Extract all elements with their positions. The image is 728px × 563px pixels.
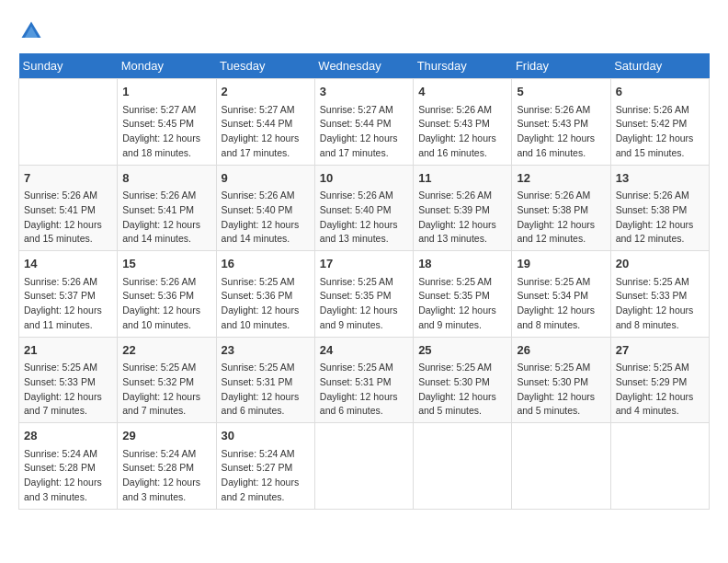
- logo: [18, 18, 48, 44]
- calendar-cell: [314, 423, 413, 510]
- day-number: 27: [616, 341, 704, 360]
- calendar-cell: 7Sunrise: 5:26 AM Sunset: 5:41 PM Daylig…: [19, 165, 118, 251]
- day-info: Sunrise: 5:26 AM Sunset: 5:43 PM Dayligh…: [517, 103, 605, 161]
- day-info: Sunrise: 5:26 AM Sunset: 5:37 PM Dayligh…: [24, 275, 112, 333]
- calendar-cell: 1Sunrise: 5:27 AM Sunset: 5:45 PM Daylig…: [118, 79, 216, 166]
- day-number: 4: [418, 83, 506, 101]
- day-number: 24: [320, 341, 408, 360]
- calendar-cell: [414, 423, 512, 510]
- day-info: Sunrise: 5:25 AM Sunset: 5:31 PM Dayligh…: [222, 361, 310, 419]
- day-number: 9: [222, 169, 310, 188]
- day-info: Sunrise: 5:25 AM Sunset: 5:32 PM Dayligh…: [122, 361, 210, 419]
- calendar-cell: 15Sunrise: 5:26 AM Sunset: 5:36 PM Dayli…: [118, 251, 216, 338]
- day-info: Sunrise: 5:24 AM Sunset: 5:28 PM Dayligh…: [122, 447, 210, 505]
- calendar-cell: 30Sunrise: 5:24 AM Sunset: 5:27 PM Dayli…: [216, 423, 314, 510]
- day-number: 11: [418, 169, 506, 188]
- day-info: Sunrise: 5:24 AM Sunset: 5:28 PM Dayligh…: [24, 447, 112, 505]
- day-number: 1: [122, 83, 210, 101]
- header-wednesday: Wednesday: [314, 53, 413, 79]
- day-info: Sunrise: 5:27 AM Sunset: 5:44 PM Dayligh…: [222, 103, 310, 161]
- calendar-cell: 22Sunrise: 5:25 AM Sunset: 5:32 PM Dayli…: [118, 337, 216, 423]
- calendar-cell: 27Sunrise: 5:25 AM Sunset: 5:29 PM Dayli…: [610, 337, 709, 423]
- calendar-cell: 16Sunrise: 5:25 AM Sunset: 5:36 PM Dayli…: [216, 251, 314, 338]
- calendar-week-2: 7Sunrise: 5:26 AM Sunset: 5:41 PM Daylig…: [19, 165, 710, 251]
- calendar-header-row: SundayMondayTuesdayWednesdayThursdayFrid…: [19, 53, 710, 79]
- calendar-cell: 13Sunrise: 5:26 AM Sunset: 5:38 PM Dayli…: [610, 165, 709, 251]
- day-info: Sunrise: 5:25 AM Sunset: 5:29 PM Dayligh…: [616, 361, 704, 419]
- calendar-cell: 26Sunrise: 5:25 AM Sunset: 5:30 PM Dayli…: [512, 337, 610, 423]
- day-info: Sunrise: 5:25 AM Sunset: 5:34 PM Dayligh…: [517, 275, 605, 333]
- day-number: 13: [616, 169, 704, 188]
- calendar-cell: 23Sunrise: 5:25 AM Sunset: 5:31 PM Dayli…: [216, 337, 314, 423]
- day-info: Sunrise: 5:25 AM Sunset: 5:35 PM Dayligh…: [320, 275, 408, 333]
- day-info: Sunrise: 5:26 AM Sunset: 5:38 PM Dayligh…: [517, 189, 605, 247]
- calendar-cell: 18Sunrise: 5:25 AM Sunset: 5:35 PM Dayli…: [414, 251, 512, 338]
- day-number: 16: [222, 255, 310, 273]
- day-number: 10: [320, 169, 408, 188]
- calendar-cell: 10Sunrise: 5:26 AM Sunset: 5:40 PM Dayli…: [314, 165, 413, 251]
- day-info: Sunrise: 5:27 AM Sunset: 5:44 PM Dayligh…: [320, 103, 408, 161]
- calendar-week-1: 1Sunrise: 5:27 AM Sunset: 5:45 PM Daylig…: [19, 79, 710, 166]
- calendar-week-5: 28Sunrise: 5:24 AM Sunset: 5:28 PM Dayli…: [19, 423, 710, 510]
- calendar-cell: 12Sunrise: 5:26 AM Sunset: 5:38 PM Dayli…: [512, 165, 610, 251]
- calendar-cell: 17Sunrise: 5:25 AM Sunset: 5:35 PM Dayli…: [314, 251, 413, 338]
- day-info: Sunrise: 5:26 AM Sunset: 5:40 PM Dayligh…: [320, 189, 408, 247]
- day-number: 7: [24, 169, 112, 188]
- day-info: Sunrise: 5:25 AM Sunset: 5:30 PM Dayligh…: [418, 361, 506, 419]
- calendar-cell: 28Sunrise: 5:24 AM Sunset: 5:28 PM Dayli…: [19, 423, 118, 510]
- day-number: 23: [222, 341, 310, 360]
- day-number: 21: [24, 341, 112, 360]
- page-header: [18, 18, 710, 44]
- day-number: 26: [517, 341, 605, 360]
- day-number: 17: [320, 255, 408, 273]
- day-number: 25: [418, 341, 506, 360]
- day-number: 14: [24, 255, 112, 273]
- calendar-cell: 21Sunrise: 5:25 AM Sunset: 5:33 PM Dayli…: [19, 337, 118, 423]
- calendar-cell: [19, 79, 118, 166]
- day-info: Sunrise: 5:26 AM Sunset: 5:42 PM Dayligh…: [616, 103, 704, 161]
- logo-icon: [18, 18, 44, 44]
- calendar-cell: [512, 423, 610, 510]
- day-number: 5: [517, 83, 605, 101]
- calendar-cell: 19Sunrise: 5:25 AM Sunset: 5:34 PM Dayli…: [512, 251, 610, 338]
- calendar-cell: 6Sunrise: 5:26 AM Sunset: 5:42 PM Daylig…: [610, 79, 709, 166]
- calendar-cell: 29Sunrise: 5:24 AM Sunset: 5:28 PM Dayli…: [118, 423, 216, 510]
- day-number: 30: [222, 427, 310, 445]
- day-number: 8: [122, 169, 210, 188]
- header-tuesday: Tuesday: [216, 53, 314, 79]
- day-number: 3: [320, 83, 408, 101]
- day-number: 19: [517, 255, 605, 273]
- day-number: 12: [517, 169, 605, 188]
- day-info: Sunrise: 5:24 AM Sunset: 5:27 PM Dayligh…: [222, 447, 310, 505]
- day-info: Sunrise: 5:26 AM Sunset: 5:36 PM Dayligh…: [122, 275, 210, 333]
- calendar-cell: 2Sunrise: 5:27 AM Sunset: 5:44 PM Daylig…: [216, 79, 314, 166]
- day-info: Sunrise: 5:27 AM Sunset: 5:45 PM Dayligh…: [122, 103, 210, 161]
- day-info: Sunrise: 5:25 AM Sunset: 5:31 PM Dayligh…: [320, 361, 408, 419]
- day-info: Sunrise: 5:26 AM Sunset: 5:40 PM Dayligh…: [222, 189, 310, 247]
- calendar-cell: 25Sunrise: 5:25 AM Sunset: 5:30 PM Dayli…: [414, 337, 512, 423]
- day-number: 29: [122, 427, 210, 445]
- calendar-cell: 8Sunrise: 5:26 AM Sunset: 5:41 PM Daylig…: [118, 165, 216, 251]
- day-info: Sunrise: 5:26 AM Sunset: 5:39 PM Dayligh…: [418, 189, 506, 247]
- day-info: Sunrise: 5:26 AM Sunset: 5:41 PM Dayligh…: [122, 189, 210, 247]
- header-thursday: Thursday: [414, 53, 512, 79]
- calendar-cell: 5Sunrise: 5:26 AM Sunset: 5:43 PM Daylig…: [512, 79, 610, 166]
- day-info: Sunrise: 5:25 AM Sunset: 5:30 PM Dayligh…: [517, 361, 605, 419]
- calendar-cell: 24Sunrise: 5:25 AM Sunset: 5:31 PM Dayli…: [314, 337, 413, 423]
- day-number: 6: [616, 83, 704, 101]
- day-info: Sunrise: 5:26 AM Sunset: 5:43 PM Dayligh…: [418, 103, 506, 161]
- header-friday: Friday: [512, 53, 610, 79]
- calendar-table: SundayMondayTuesdayWednesdayThursdayFrid…: [18, 53, 710, 510]
- calendar-cell: 11Sunrise: 5:26 AM Sunset: 5:39 PM Dayli…: [414, 165, 512, 251]
- day-info: Sunrise: 5:25 AM Sunset: 5:35 PM Dayligh…: [418, 275, 506, 333]
- day-info: Sunrise: 5:26 AM Sunset: 5:38 PM Dayligh…: [616, 189, 704, 247]
- day-info: Sunrise: 5:25 AM Sunset: 5:33 PM Dayligh…: [24, 361, 112, 419]
- day-number: 22: [122, 341, 210, 360]
- day-number: 18: [418, 255, 506, 273]
- day-number: 2: [222, 83, 310, 101]
- header-saturday: Saturday: [610, 53, 709, 79]
- day-info: Sunrise: 5:26 AM Sunset: 5:41 PM Dayligh…: [24, 189, 112, 247]
- day-number: 20: [616, 255, 704, 273]
- calendar-cell: 4Sunrise: 5:26 AM Sunset: 5:43 PM Daylig…: [414, 79, 512, 166]
- day-info: Sunrise: 5:25 AM Sunset: 5:33 PM Dayligh…: [616, 275, 704, 333]
